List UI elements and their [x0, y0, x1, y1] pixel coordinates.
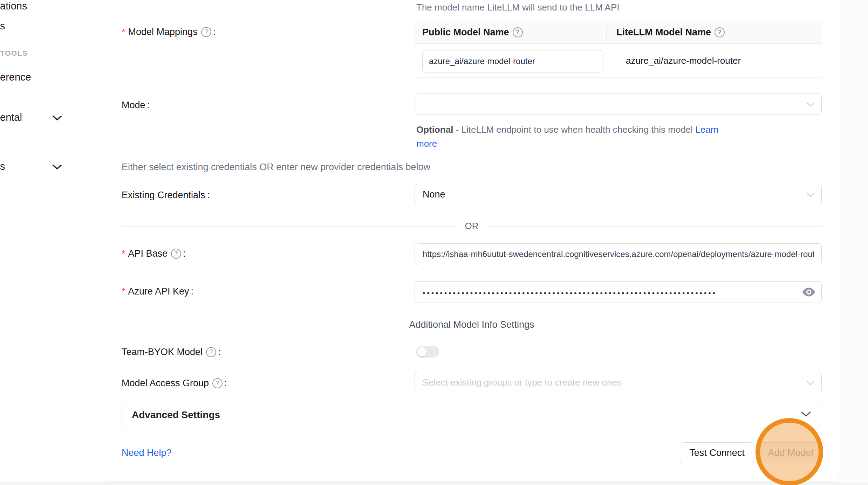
mode-label: Mode :	[122, 98, 150, 112]
advanced-settings-title: Advanced Settings	[132, 409, 220, 421]
sidebar-item-ental[interactable]: ental	[0, 112, 22, 123]
model-mappings-table: Public Model Name ? LiteLLM Model Name ?…	[415, 21, 822, 78]
sidebar: ations s TOOLS erence ental s	[0, 0, 104, 482]
help-icon[interactable]: ?	[513, 27, 523, 37]
required-marker: *	[122, 25, 125, 38]
toggle-knob	[417, 347, 427, 356]
model-access-group-select[interactable]: Select existing groups or type to create…	[415, 372, 822, 393]
team-byok-label: Team-BYOK Model ? :	[122, 345, 221, 359]
chevron-down-icon[interactable]	[53, 116, 62, 122]
chevron-down-icon[interactable]	[53, 165, 62, 171]
advanced-settings-header[interactable]: Advanced Settings	[122, 401, 821, 429]
api-base-label: * API Base ? :	[122, 247, 186, 260]
api-base-input[interactable]: https://ishaa-mh6uutut-swedencentral.cog…	[415, 243, 822, 265]
help-icon[interactable]: ?	[201, 27, 211, 37]
mode-select[interactable]	[415, 93, 822, 115]
team-byok-toggle[interactable]	[416, 346, 439, 358]
public-model-name-header: Public Model Name ?	[415, 27, 606, 38]
model-access-group-placeholder: Select existing groups or type to create…	[423, 377, 622, 388]
need-help-link[interactable]: Need Help?	[122, 448, 172, 458]
sidebar-item-s1[interactable]: s	[0, 20, 5, 32]
required-marker: *	[122, 247, 125, 259]
sidebar-item-s2[interactable]: s	[0, 161, 5, 172]
sidebar-section-tools: TOOLS	[0, 49, 28, 57]
or-divider: OR	[122, 226, 822, 227]
required-marker: *	[122, 285, 125, 297]
add-model-form-page: ations s TOOLS erence ental s The model …	[0, 0, 868, 485]
chevron-down-icon	[807, 189, 814, 200]
help-icon[interactable]: ?	[212, 378, 223, 388]
sidebar-item-erence[interactable]: erence	[0, 71, 31, 83]
model-name-helper-text: The model name LiteLLM will send to the …	[416, 2, 620, 13]
help-icon[interactable]: ?	[206, 347, 216, 357]
additional-info-divider: Additional Model Info Settings	[122, 325, 822, 325]
help-icon[interactable]: ?	[715, 27, 725, 37]
page-background-bottom	[0, 482, 868, 485]
model-mappings-label: * Model Mappings ? :	[122, 25, 216, 39]
add-model-button[interactable]: Add Model	[759, 442, 822, 463]
existing-credentials-select[interactable]: None	[415, 184, 822, 205]
test-connect-button[interactable]: Test Connect	[680, 442, 754, 463]
chevron-down-icon	[801, 411, 811, 418]
additional-info-divider-label: Additional Model Info Settings	[400, 319, 543, 330]
litellm-model-name-header: LiteLLM Model Name ?	[606, 26, 822, 39]
sidebar-item-ations[interactable]: ations	[0, 0, 27, 12]
azure-api-key-input[interactable]: ••••••••••••••••••••••••••••••••••••••••…	[415, 281, 822, 303]
credentials-note: Either select existing credentials OR en…	[122, 162, 430, 173]
litellm-model-name-value: azure_ai/azure-model-router	[616, 44, 741, 78]
existing-credentials-label: Existing Credentials :	[122, 188, 210, 202]
or-divider-label: OR	[456, 221, 488, 231]
page-background-right	[839, 0, 868, 482]
eye-icon[interactable]	[802, 285, 816, 299]
public-model-name-input[interactable]	[422, 50, 603, 72]
mode-helper-text: Optional - LiteLLM endpoint to use when …	[416, 123, 732, 151]
chevron-down-icon	[807, 99, 814, 110]
model-access-group-label: Model Access Group ? :	[122, 376, 227, 390]
azure-api-key-label: * Azure API Key :	[122, 285, 193, 298]
chevron-down-icon	[807, 377, 814, 388]
model-mappings-table-header: Public Model Name ? LiteLLM Model Name ?	[415, 21, 822, 44]
masked-api-key: ••••••••••••••••••••••••••••••••••••••••…	[423, 287, 745, 297]
help-icon[interactable]: ?	[171, 249, 181, 259]
table-row: azure_ai/azure-model-router	[415, 44, 822, 78]
